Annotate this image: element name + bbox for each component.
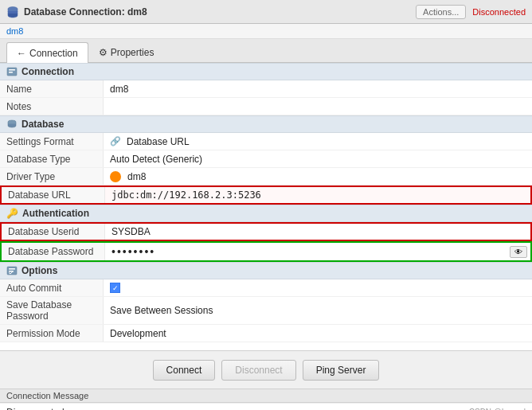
show-password-button[interactable]: 👁: [510, 246, 527, 258]
field-settings-format-label: Settings Format: [0, 133, 104, 150]
link-icon: 🔗: [110, 136, 121, 146]
password-dots: ••••••••: [111, 245, 155, 258]
key-icon: 🔑: [6, 208, 18, 219]
field-auto-commit-value: ✓: [104, 280, 532, 295]
section-database-icon: [6, 119, 18, 130]
section-database-header: Database: [0, 115, 532, 133]
connection-status: Disconnected: [472, 7, 526, 17]
field-password: Database Password •••••••• 👁: [0, 241, 532, 262]
section-database-title: Database: [22, 119, 64, 130]
title-bar: Database Connection: dm8 Actions... Disc…: [0, 0, 532, 24]
field-save-password-value: Save Between Sessions: [104, 303, 532, 318]
field-name-value: dm8: [104, 81, 532, 97]
breadcrumb-link[interactable]: dm8: [6, 26, 23, 36]
field-permission-mode-label: Permission Mode: [0, 325, 104, 342]
window-title: Database Connection: dm8: [24, 6, 147, 18]
field-save-password-label: Save Database Password: [0, 297, 104, 324]
field-auto-commit: Auto Commit ✓: [0, 279, 532, 297]
section-options-icon: [6, 265, 18, 276]
field-userid: Database Userid SYSDBA: [0, 222, 532, 241]
field-database-url-value[interactable]: jdbc:dm://192.168.2.3:5236: [105, 187, 530, 203]
field-save-password: Save Database Password Save Between Sess…: [0, 297, 532, 325]
field-database-type-label: Database Type: [0, 150, 104, 167]
field-driver-type: Driver Type dm8: [0, 168, 532, 185]
field-settings-format-value: 🔗 Database URL: [104, 134, 532, 150]
connection-message-label: Connection Message: [6, 391, 88, 400]
connection-status-text: Disconnected.: [6, 407, 67, 411]
connection-message-header: Connection Message: [0, 389, 532, 403]
field-auto-commit-label: Auto Commit: [0, 279, 104, 296]
field-password-value[interactable]: ••••••••: [105, 243, 510, 260]
field-driver-type-label: Driver Type: [0, 168, 104, 185]
field-notes-label: Notes: [0, 98, 104, 115]
field-database-type-value: Auto Detect (Generic): [104, 151, 532, 167]
svg-rect-3: [9, 72, 13, 73]
field-permission-mode-value: Development: [104, 326, 532, 342]
tab-properties-label: Properties: [111, 47, 155, 58]
tab-connection[interactable]: ← Connection: [6, 42, 88, 63]
field-notes-value: [104, 104, 532, 109]
section-options-title: Options: [22, 265, 57, 276]
connect-button[interactable]: Connect: [153, 360, 216, 381]
field-driver-type-value: dm8: [104, 169, 532, 185]
tab-properties[interactable]: ⚙ Properties: [88, 42, 165, 62]
field-name-label: Name: [0, 80, 104, 97]
bottom-buttons: Connect Disconnect Ping Server: [0, 350, 532, 389]
tab-connection-icon: ←: [17, 48, 26, 59]
field-settings-format: Settings Format 🔗 Database URL: [0, 133, 532, 150]
field-database-url: Database URL jdbc:dm://192.168.2.3:5236: [0, 185, 532, 205]
spacer: [0, 342, 532, 350]
ping-server-button[interactable]: Ping Server: [303, 360, 380, 381]
field-password-label: Database Password: [2, 243, 105, 260]
connection-message-body: Disconnected. CSDN @lyywml: [0, 403, 532, 410]
field-userid-value[interactable]: SYSDBA: [105, 224, 530, 240]
title-bar-right: Actions... Disconnected: [416, 5, 526, 19]
svg-rect-6: [9, 268, 15, 270]
tabs-bar: ← Connection ⚙ Properties: [0, 39, 532, 63]
field-notes: Notes: [0, 98, 532, 115]
field-database-url-label: Database URL: [2, 187, 105, 203]
title-bar-left: Database Connection: dm8: [6, 6, 147, 18]
svg-rect-2: [9, 69, 15, 71]
section-auth-header: 🔑 Authentication: [0, 205, 532, 222]
database-icon: [6, 6, 19, 18]
section-connection-title: Connection: [22, 66, 74, 77]
auto-commit-checkbox[interactable]: ✓: [110, 283, 120, 293]
breadcrumb[interactable]: dm8: [0, 24, 532, 39]
tab-connection-label: Connection: [29, 48, 78, 59]
section-auth-title: Authentication: [22, 208, 89, 219]
section-connection-header: Connection: [0, 63, 532, 80]
driver-icon: [110, 171, 121, 182]
field-userid-label: Database Userid: [2, 224, 105, 240]
section-connection-icon: [6, 66, 18, 77]
field-database-type: Database Type Auto Detect (Generic): [0, 150, 532, 168]
field-name: Name dm8: [0, 80, 532, 98]
field-permission-mode: Permission Mode Development: [0, 325, 532, 342]
section-options-header: Options: [0, 262, 532, 279]
tab-properties-icon: ⚙: [99, 47, 108, 58]
disconnect-button[interactable]: Disconnect: [221, 360, 295, 381]
actions-button[interactable]: Actions...: [416, 5, 466, 19]
main-content: Connection Name dm8 Notes Database Setti…: [0, 63, 532, 350]
